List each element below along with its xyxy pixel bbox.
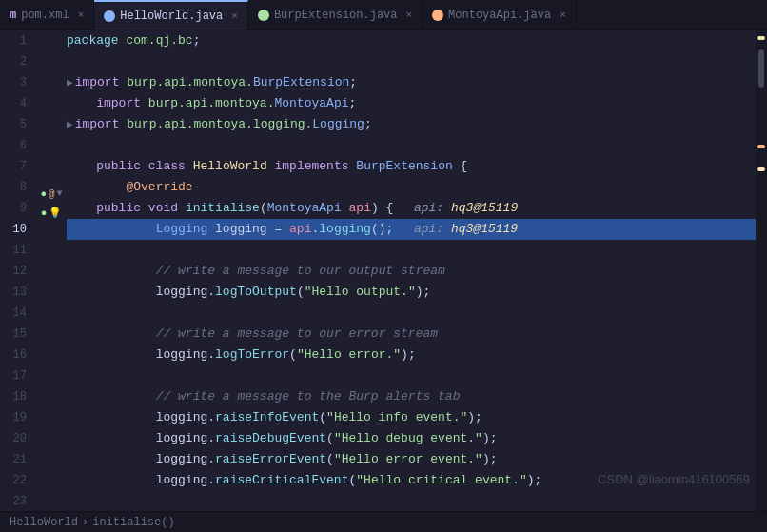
tab-helloworld-close[interactable]: × <box>231 10 238 22</box>
tab-montoyaapi[interactable]: MontoyaApi.java × <box>423 0 577 30</box>
gutter-21 <box>40 415 63 434</box>
ln-17: 17 <box>0 365 32 386</box>
tab-burpextension-close[interactable]: × <box>406 10 413 21</box>
gutter-15 <box>40 300 63 319</box>
ln-18: 18 <box>0 386 32 407</box>
ln-11: 11 <box>0 240 32 261</box>
code-editor[interactable]: package com.qj.bc; ▶import burp.api.mont… <box>63 30 767 511</box>
code-line-16: logging.logToError("Hello error."); <box>67 345 756 365</box>
gutter-14 <box>40 281 63 300</box>
code-line-11 <box>67 240 756 261</box>
tab-burpextension-label: BurpExtension.java <box>274 9 398 22</box>
code-line-1: package com.qj.bc; <box>67 30 756 51</box>
debug-icon[interactable]: ● <box>41 207 48 219</box>
ln-10: 10 <box>0 219 32 240</box>
ln-2: 2 <box>0 51 32 72</box>
code-line-19: logging.raiseInfoEvent("Hello info event… <box>67 407 756 428</box>
gutter-22 <box>40 434 63 453</box>
burpextension-icon <box>258 10 269 21</box>
gutter-9: ● @ ▼ <box>40 185 63 204</box>
ln-13: 13 <box>0 282 32 303</box>
gutter-18 <box>40 357 63 376</box>
code-line-23 <box>67 491 756 511</box>
editor-container: 1 2 3 4 5 6 7 8 9 10 11 12 13 14 15 16 1… <box>0 30 767 511</box>
gutter-1 <box>40 30 63 49</box>
ln-23: 23 <box>0 491 32 511</box>
pom-icon: m <box>10 9 16 22</box>
gutter-19 <box>40 377 63 396</box>
scrollbar-vertical[interactable] <box>756 30 767 511</box>
tab-burpextension[interactable]: BurpExtension.java × <box>248 0 423 30</box>
code-line-7: public class HelloWorld implements BurpE… <box>67 156 756 177</box>
code-line-12: // write a message to our output stream <box>67 261 756 282</box>
ln-12: 12 <box>0 261 32 282</box>
status-bar: HelloWorld › initialise() <box>0 511 767 532</box>
ln-9: 9 <box>0 198 32 219</box>
gutter-6 <box>40 127 63 146</box>
breadcrumb-class: HelloWorld <box>10 516 78 529</box>
tab-montoyaapi-label: MontoyaApi.java <box>448 9 551 22</box>
code-line-9: public void initialise(MontoyaApi api) {… <box>67 198 756 219</box>
gutter-2 <box>40 49 63 69</box>
code-line-8: @Override <box>67 177 756 198</box>
gutter-4 <box>40 89 63 108</box>
ln-14: 14 <box>0 303 32 324</box>
run-icon[interactable]: ● <box>40 188 47 200</box>
warning-icon: 💡 <box>49 207 62 219</box>
breadcrumb-method: initialise() <box>92 516 174 529</box>
ln-4: 4 <box>0 93 32 114</box>
ln-15: 15 <box>0 324 32 345</box>
helloworld-icon <box>104 10 115 22</box>
tab-helloworld[interactable]: HelloWorld.java × <box>94 0 248 30</box>
line-numbers: 1 2 3 4 5 6 7 8 9 10 11 12 13 14 15 16 1… <box>0 30 40 511</box>
gutter-7 <box>40 146 63 165</box>
ln-1: 1 <box>0 30 32 51</box>
gutter-17 <box>40 338 63 357</box>
code-line-15: // write a message to our error stream <box>67 324 756 345</box>
gutter: ● @ ▼ ● 💡 <box>40 30 63 511</box>
scrollbar-marker-yellow <box>757 36 765 40</box>
code-line-10: Logging logging = api.logging(); api: hq… <box>67 219 756 240</box>
code-line-6 <box>67 135 756 156</box>
gutter-16 <box>40 319 63 338</box>
ln-8: 8 <box>0 177 32 198</box>
code-line-5: ▶import burp.api.montoya.logging.Logging… <box>67 114 756 135</box>
gutter-20 <box>40 396 63 415</box>
code-line-2 <box>67 51 756 72</box>
code-line-13: logging.logToOutput("Hello output."); <box>67 282 756 303</box>
code-line-21: logging.raiseErrorEvent("Hello error eve… <box>67 449 756 470</box>
code-line-17 <box>67 365 756 386</box>
ln-19: 19 <box>0 407 32 428</box>
ln-6: 6 <box>0 135 32 156</box>
ln-22: 22 <box>0 470 32 491</box>
code-line-22: logging.raiseCriticalEvent("Hello critic… <box>67 470 756 491</box>
ln-21: 21 <box>0 449 32 470</box>
scrollbar-marker-orange <box>757 145 765 148</box>
gutter-25 <box>40 492 63 511</box>
scrollbar-marker-yellow2 <box>757 167 765 171</box>
code-line-4: import burp.api.montoya.MontoyaApi; <box>67 93 756 114</box>
scrollbar-thumb[interactable] <box>758 49 764 88</box>
tab-bar: m pom.xml × HelloWorld.java × BurpExtens… <box>0 0 767 30</box>
tab-pom-close[interactable]: × <box>78 10 85 21</box>
gutter-3 <box>40 69 63 88</box>
tab-helloworld-label: HelloWorld.java <box>120 10 223 23</box>
gutter-24 <box>40 473 63 492</box>
fold-icon[interactable]: ▼ <box>57 188 63 199</box>
gutter-5 <box>40 108 63 127</box>
tab-montoyaapi-close[interactable]: × <box>560 10 566 21</box>
code-line-20: logging.raiseDebugEvent("Hello debug eve… <box>67 428 756 449</box>
ln-7: 7 <box>0 156 32 177</box>
ln-20: 20 <box>0 428 32 449</box>
gutter-8 <box>40 165 63 184</box>
gutter-10: ● 💡 <box>40 204 63 223</box>
breadcrumb-separator: › <box>82 516 88 529</box>
gutter-13 <box>40 261 63 280</box>
ln-3: 3 <box>0 72 32 93</box>
tab-pom[interactable]: m pom.xml × <box>0 0 94 30</box>
gutter-23 <box>40 453 63 472</box>
gutter-11 <box>40 223 63 242</box>
ln-16: 16 <box>0 345 32 365</box>
montoyaapi-icon <box>432 10 443 21</box>
bookmark-icon[interactable]: @ <box>49 188 55 200</box>
